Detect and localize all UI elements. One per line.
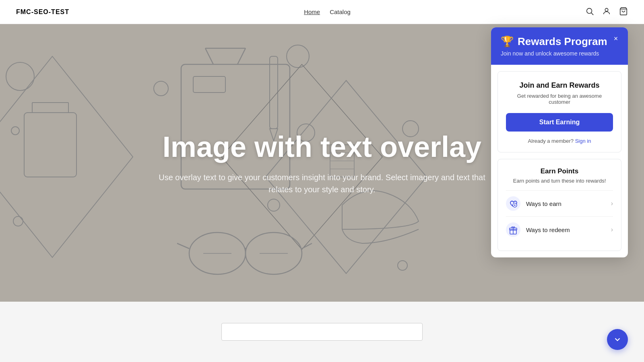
header-icons <box>585 7 628 17</box>
rewards-title-text: Rewards Program <box>518 35 607 48</box>
hero-title: Image with text overlay <box>157 130 487 163</box>
svg-point-0 <box>587 8 592 13</box>
main-nav: Home Catalog <box>304 8 351 15</box>
gift-icon <box>506 222 520 237</box>
search-icon[interactable] <box>585 7 594 17</box>
ways-to-earn-item[interactable]: Ways to earn › <box>506 190 613 216</box>
user-icon[interactable] <box>602 7 611 17</box>
start-earning-button[interactable]: Start Earning <box>506 113 613 132</box>
cart-icon[interactable] <box>619 7 628 17</box>
rewards-join-card: Join and Earn Rewards Get rewarded for b… <box>497 71 621 152</box>
bottom-bar <box>0 302 644 362</box>
rewards-title: 🏆 Rewards Program <box>501 35 618 48</box>
rewards-header: 🏆 Rewards Program Join now and unlock aw… <box>491 27 628 65</box>
ways-to-earn-label: Ways to earn <box>526 200 561 207</box>
hero-subtitle: Use overlay text to give your customers … <box>157 171 487 195</box>
earn-title: Earn Points <box>506 167 613 175</box>
join-title: Join and Earn Rewards <box>506 81 613 90</box>
nav-catalog[interactable]: Catalog <box>330 8 351 15</box>
rewards-panel: 🏆 Rewards Program Join now and unlock aw… <box>491 27 628 257</box>
join-subtitle: Get rewarded for being an awesome custom… <box>506 93 613 105</box>
svg-line-1 <box>591 13 593 15</box>
floating-collapse-button[interactable] <box>607 329 628 350</box>
hero-content: Image with text overlay Use overlay text… <box>141 130 503 195</box>
ways-to-redeem-label: Ways to redeem <box>526 226 570 233</box>
rewards-subtitle: Join now and unlock awesome rewards <box>501 50 618 57</box>
site-logo: FMC-SEO-TEST <box>16 8 69 16</box>
ways-to-earn-chevron: › <box>611 200 613 207</box>
earn-subtitle: Earn points and turn these into rewards! <box>506 178 613 184</box>
svg-point-2 <box>605 8 608 11</box>
heart-icon <box>506 196 520 211</box>
chevron-down-icon <box>613 335 622 344</box>
nav-home[interactable]: Home <box>304 8 320 15</box>
header: FMC-SEO-TEST Home Catalog <box>0 0 644 24</box>
ways-to-redeem-chevron: › <box>611 226 613 233</box>
rewards-earn-card: Earn Points Earn points and turn these i… <box>497 159 621 251</box>
ways-to-redeem-item[interactable]: Ways to redeem › <box>506 216 613 243</box>
trophy-emoji: 🏆 <box>501 35 514 48</box>
search-bar[interactable] <box>221 323 423 341</box>
sign-in-link[interactable]: Sign in <box>575 138 591 144</box>
rewards-close-button[interactable]: × <box>610 33 621 44</box>
member-text: Already a member? Sign in <box>506 138 613 144</box>
already-member-label: Already a member? <box>528 138 574 144</box>
